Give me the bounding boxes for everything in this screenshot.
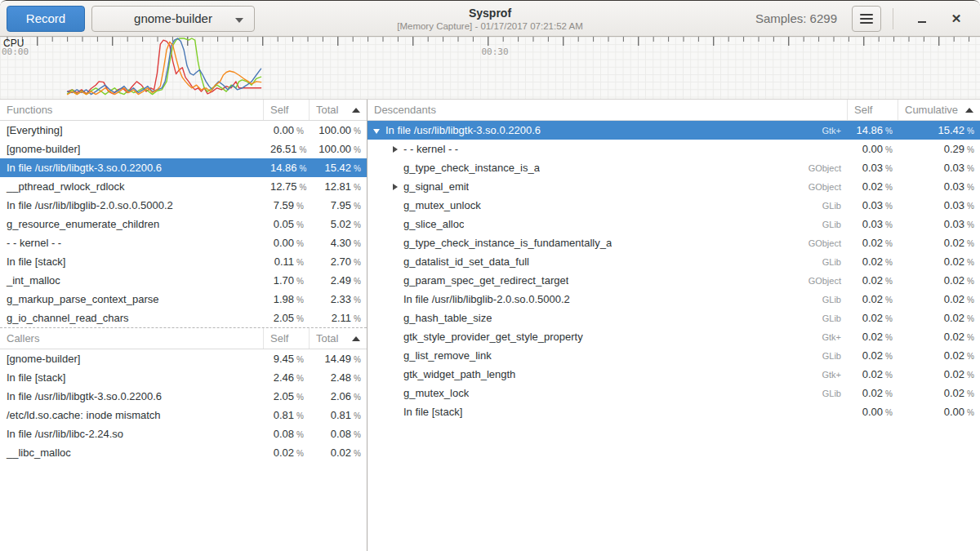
- tree-row[interactable]: In file /usr/lib/libglib-2.0.so.0.5000.2…: [368, 290, 980, 309]
- minimize-icon: [918, 21, 926, 23]
- table-row[interactable]: In file /usr/lib/libglib-2.0.so.0.5000.2…: [0, 196, 367, 215]
- symbol-name: In file [stack]: [403, 406, 462, 418]
- total-column-header[interactable]: Total: [310, 100, 367, 120]
- symbol-name: - - kernel - -: [0, 237, 264, 249]
- table-row[interactable]: - - kernel - -0.00%4.30%: [0, 233, 367, 252]
- library-badge: Gtk+: [813, 126, 841, 136]
- symbol-name: gtk_style_provider_get_style_property: [403, 331, 583, 343]
- tree-row[interactable]: g_mutex_unlockGLib0.03%0.03%: [368, 196, 980, 215]
- tree-row[interactable]: g_list_remove_linkGLib0.02%0.02%: [368, 346, 980, 365]
- library-badge: GObject: [800, 182, 841, 192]
- expander-spacer: [390, 388, 401, 399]
- table-row[interactable]: In file /usr/lib/libgtk-3.so.0.2200.62.0…: [0, 387, 367, 406]
- expander-spacer: [390, 256, 401, 268]
- symbol-name: g_hash_table_size: [403, 312, 492, 324]
- self-percent: 0.11%: [264, 256, 310, 268]
- total-percent: 14.49%: [310, 353, 367, 365]
- tree-row[interactable]: g_mutex_lockGLib0.02%0.02%: [368, 384, 980, 402]
- self-column-header[interactable]: Self: [848, 100, 898, 120]
- left-pane: Functions Self Total [Everything]0.00%10…: [0, 100, 368, 551]
- table-row[interactable]: __pthread_rwlock_rdlock12.75%12.81%: [0, 177, 367, 196]
- cumulative-percent: 0.03%: [898, 199, 980, 211]
- app-title: Sysprof: [397, 6, 583, 20]
- library-badge: Gtk+: [813, 332, 841, 342]
- self-column-header[interactable]: Self: [264, 100, 310, 120]
- table-row[interactable]: [gnome-builder]26.51%100.00%: [0, 140, 367, 158]
- record-button[interactable]: Record: [7, 6, 85, 32]
- tree-row[interactable]: g_signal_emitGObject0.02%0.03%: [368, 177, 980, 196]
- cumulative-percent: 0.03%: [898, 162, 980, 174]
- tree-row[interactable]: In file /usr/lib/libgtk-3.so.0.2200.6Gtk…: [368, 121, 980, 140]
- tree-row[interactable]: gtk_widget_path_lengthGtk+0.02%0.02%: [368, 365, 980, 384]
- tree-row[interactable]: - - kernel - -0.00%0.29%: [368, 140, 980, 158]
- callers-column-header[interactable]: Callers: [0, 328, 264, 349]
- self-percent: 0.00%: [848, 406, 898, 418]
- cumulative-percent: 0.02%: [898, 312, 980, 324]
- functions-column-header[interactable]: Functions: [0, 100, 264, 120]
- total-percent: 0.81%: [310, 409, 367, 421]
- tree-row[interactable]: g_slice_allocGLib0.03%0.03%: [368, 215, 980, 233]
- table-row[interactable]: /etc/ld.so.cache: inode mismatch0.81%0.8…: [0, 406, 367, 424]
- tree-row[interactable]: g_type_check_instance_is_fundamentally_a…: [368, 233, 980, 252]
- cpu-usage-chart[interactable]: CPU 00:00 00:30: [0, 37, 980, 100]
- self-percent: 0.02%: [848, 349, 898, 362]
- expander-collapsed-icon[interactable]: [390, 181, 401, 193]
- library-badge: GObject: [800, 163, 841, 173]
- cumulative-percent: 0.02%: [898, 274, 980, 287]
- minimize-button[interactable]: [911, 8, 933, 29]
- library-badge: GLib: [814, 201, 841, 211]
- callers-header: Callers Self Total: [0, 328, 367, 349]
- tree-row[interactable]: g_datalist_id_set_data_fullGLib0.02%0.02…: [368, 252, 980, 271]
- table-row[interactable]: g_resource_enumerate_children0.05%5.02%: [0, 215, 367, 233]
- self-column-header[interactable]: Self: [264, 328, 310, 349]
- tree-row[interactable]: gtk_style_provider_get_style_propertyGtk…: [368, 327, 980, 346]
- symbol-name: gtk_widget_path_length: [403, 368, 515, 380]
- symbol-name: g_datalist_id_set_data_full: [403, 256, 529, 268]
- table-row[interactable]: __libc_malloc0.02%0.02%: [0, 443, 367, 462]
- cumulative-percent: 15.42%: [898, 124, 980, 136]
- sort-ascending-icon: [352, 336, 360, 341]
- tree-row[interactable]: g_param_spec_get_redirect_targetGObject0…: [368, 271, 980, 290]
- total-percent: 2.70%: [310, 256, 367, 268]
- total-percent: 0.08%: [310, 428, 367, 440]
- tree-row[interactable]: In file [stack]0.00%0.00%: [368, 402, 980, 421]
- total-percent: 2.06%: [310, 390, 367, 402]
- cumulative-column-header[interactable]: Cumulative: [898, 100, 980, 120]
- cumulative-percent: 0.02%: [898, 387, 980, 399]
- total-percent: 100.00%: [310, 124, 367, 136]
- self-percent: 0.05%: [264, 218, 310, 230]
- symbol-name: In file /usr/lib/libgtk-3.so.0.2200.6: [0, 162, 264, 174]
- self-percent: 2.46%: [264, 371, 310, 384]
- expander-collapsed-icon[interactable]: [390, 144, 401, 155]
- self-percent: 1.70%: [264, 274, 310, 287]
- expander-expanded-icon[interactable]: [372, 125, 383, 136]
- symbol-name: In file /usr/lib/libgtk-3.so.0.2200.6: [385, 124, 541, 136]
- table-row[interactable]: [Everything]0.00%100.00%: [0, 121, 367, 140]
- menu-button[interactable]: [852, 6, 881, 32]
- descendants-column-header[interactable]: Descendants: [368, 100, 848, 120]
- cumulative-percent: 0.29%: [898, 143, 980, 155]
- symbol-name: g_list_remove_link: [403, 349, 492, 362]
- tree-row[interactable]: g_type_check_instance_is_aGObject0.03%0.…: [368, 158, 980, 177]
- close-button[interactable]: ✕: [946, 8, 967, 29]
- total-percent: 2.49%: [310, 274, 367, 287]
- tree-row[interactable]: g_hash_table_sizeGLib0.02%0.02%: [368, 309, 980, 327]
- table-row[interactable]: g_markup_parse_context_parse1.98%2.33%: [0, 290, 367, 309]
- symbol-name: g_param_spec_get_redirect_target: [403, 274, 568, 287]
- total-column-header[interactable]: Total: [310, 328, 367, 349]
- table-row[interactable]: g_io_channel_read_chars2.05%2.11%: [0, 309, 367, 327]
- symbol-name: g_io_channel_read_chars: [0, 312, 264, 324]
- right-pane: Descendants Self Cumulative In file /usr…: [368, 100, 980, 551]
- symbol-name: [gnome-builder]: [0, 353, 264, 365]
- table-row[interactable]: In file [stack]0.11%2.70%: [0, 252, 367, 271]
- expander-spacer: [390, 238, 401, 249]
- table-row[interactable]: In file /usr/lib/libgtk-3.so.0.2200.614.…: [0, 158, 367, 177]
- table-row[interactable]: In file /usr/lib/libc-2.24.so0.08%0.08%: [0, 424, 367, 443]
- process-selector-dropdown[interactable]: gnome-builder: [91, 6, 255, 32]
- cumulative-percent: 0.02%: [898, 368, 980, 380]
- table-row[interactable]: In file [stack]2.46%2.48%: [0, 368, 367, 387]
- symbol-name: In file /usr/lib/libc-2.24.so: [0, 428, 264, 440]
- table-row[interactable]: _int_malloc1.70%2.49%: [0, 271, 367, 290]
- table-row[interactable]: [gnome-builder]9.45%14.49%: [0, 349, 367, 368]
- library-badge: GLib: [814, 351, 841, 361]
